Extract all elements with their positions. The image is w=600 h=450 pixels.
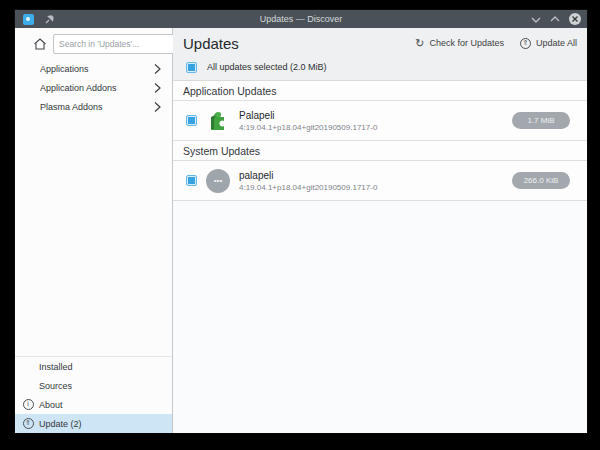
sidebar-item-plasma-addons[interactable]: Plasma Addons bbox=[15, 97, 172, 116]
page-header: Updates ↻ Check for Updates ⇑ Update All bbox=[173, 28, 587, 81]
row-checkbox[interactable] bbox=[186, 175, 197, 186]
select-all-row[interactable]: All updates selected (2.0 MiB) bbox=[173, 56, 587, 80]
discover-icon bbox=[23, 14, 34, 25]
update-row-palapeli-system[interactable]: ••• palapeli 4:19.04.1+p18.04+git2019050… bbox=[173, 161, 587, 201]
discover-window: Updates — Discover bbox=[15, 10, 587, 433]
updates-page: Updates ↻ Check for Updates ⇑ Update All bbox=[173, 28, 587, 433]
close-icon[interactable] bbox=[569, 13, 581, 25]
updates-list: Application Updates Palapeli 4:19.04.1+p… bbox=[173, 81, 587, 201]
page-title: Updates bbox=[183, 35, 239, 52]
update-version: 4:19.04.1+p18.04+git20190509.1717-0 bbox=[239, 183, 377, 192]
update-name: Palapeli bbox=[239, 110, 377, 121]
size-badge: 1.7 MiB bbox=[512, 112, 570, 129]
section-header-system-updates: System Updates bbox=[173, 141, 587, 161]
palapeli-puzzle-icon bbox=[206, 109, 230, 133]
pin-icon[interactable] bbox=[44, 14, 55, 25]
titlebar[interactable]: Updates — Discover bbox=[15, 10, 587, 28]
update-version: 4:19.04.1+p18.04+git20190509.1717-0 bbox=[239, 123, 377, 132]
chevron-right-icon bbox=[153, 63, 162, 75]
check-for-updates-button[interactable]: ↻ Check for Updates bbox=[415, 38, 504, 49]
row-checkbox[interactable] bbox=[186, 115, 197, 126]
package-ellipsis-icon: ••• bbox=[206, 169, 230, 193]
maximize-icon[interactable] bbox=[550, 16, 560, 23]
minimize-icon[interactable] bbox=[531, 16, 541, 23]
update-name: palapeli bbox=[239, 170, 377, 181]
sidebar-item-applications[interactable]: Applications bbox=[15, 59, 172, 78]
sidebar-footer: Installed Sources i About ⇑ Update (2) bbox=[15, 356, 172, 433]
sidebar-item-about[interactable]: i About bbox=[15, 395, 172, 414]
sidebar-nav: Applications Application Addons Plasma A… bbox=[15, 59, 172, 116]
home-icon[interactable] bbox=[33, 37, 47, 51]
window-title: Updates — Discover bbox=[15, 14, 587, 24]
update-all-button[interactable]: ⇑ Update All bbox=[520, 38, 577, 49]
circled-up-arrow-icon: ⇑ bbox=[520, 38, 531, 49]
sidebar-item-installed[interactable]: Installed bbox=[15, 357, 172, 376]
search-input[interactable] bbox=[53, 34, 176, 54]
empty-area bbox=[173, 201, 587, 433]
circled-up-arrow-icon: ⇑ bbox=[23, 418, 34, 429]
chevron-right-icon bbox=[153, 101, 162, 113]
sidebar: Applications Application Addons Plasma A… bbox=[15, 28, 173, 433]
sidebar-item-update[interactable]: ⇑ Update (2) bbox=[15, 414, 172, 433]
sidebar-item-application-addons[interactable]: Application Addons bbox=[15, 78, 172, 97]
size-badge: 266.0 KiB bbox=[512, 172, 570, 189]
sidebar-item-sources[interactable]: Sources bbox=[15, 376, 172, 395]
info-icon: i bbox=[23, 399, 34, 410]
update-row-palapeli-app[interactable]: Palapeli 4:19.04.1+p18.04+git20190509.17… bbox=[173, 101, 587, 141]
chevron-right-icon bbox=[153, 82, 162, 94]
section-header-application-updates: Application Updates bbox=[173, 81, 587, 101]
select-all-checkbox[interactable] bbox=[186, 62, 197, 73]
refresh-icon: ↻ bbox=[415, 38, 424, 49]
